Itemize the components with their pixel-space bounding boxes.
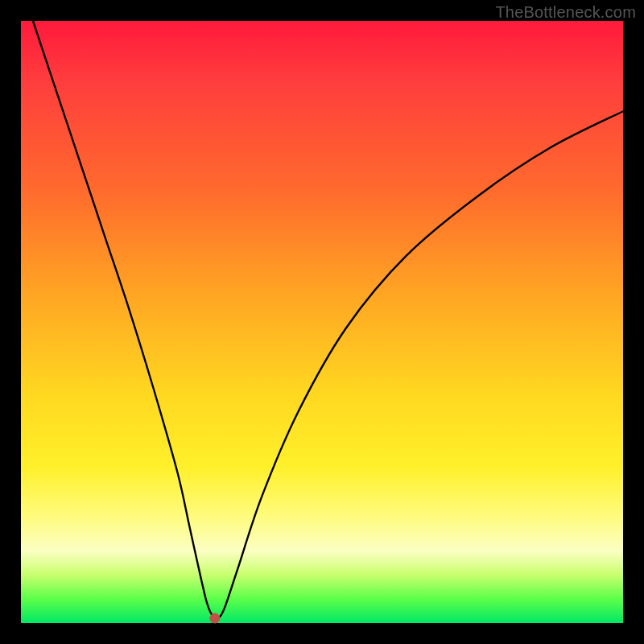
bottleneck-curve — [33, 21, 623, 618]
optimum-marker — [210, 613, 220, 623]
watermark-text: TheBottleneck.com — [495, 3, 636, 22]
plot-area — [21, 21, 623, 623]
chart-frame: TheBottleneck.com — [0, 0, 644, 644]
curve-layer — [21, 21, 623, 623]
